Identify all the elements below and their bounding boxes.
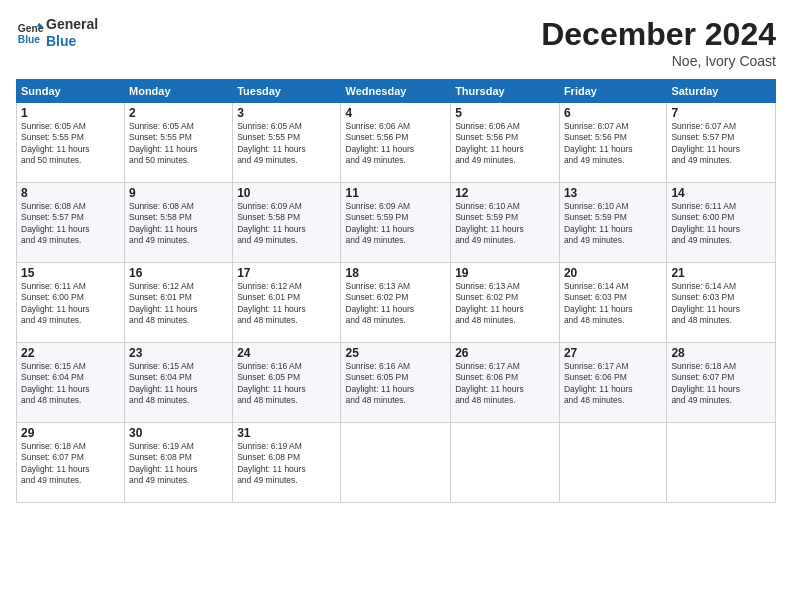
calendar-table: SundayMondayTuesdayWednesdayThursdayFrid… <box>16 79 776 503</box>
day-info: Sunrise: 6:14 AM Sunset: 6:03 PM Dayligh… <box>671 281 771 327</box>
day-info: Sunrise: 6:10 AM Sunset: 5:59 PM Dayligh… <box>564 201 662 247</box>
calendar-cell: 25Sunrise: 6:16 AM Sunset: 6:05 PM Dayli… <box>341 343 451 423</box>
day-info: Sunrise: 6:15 AM Sunset: 6:04 PM Dayligh… <box>129 361 228 407</box>
calendar-cell: 31Sunrise: 6:19 AM Sunset: 6:08 PM Dayli… <box>233 423 341 503</box>
day-number: 31 <box>237 426 336 440</box>
day-number: 6 <box>564 106 662 120</box>
calendar-cell: 6Sunrise: 6:07 AM Sunset: 5:56 PM Daylig… <box>559 103 666 183</box>
calendar-week-row: 29Sunrise: 6:18 AM Sunset: 6:07 PM Dayli… <box>17 423 776 503</box>
calendar-cell: 16Sunrise: 6:12 AM Sunset: 6:01 PM Dayli… <box>125 263 233 343</box>
day-number: 13 <box>564 186 662 200</box>
day-info: Sunrise: 6:12 AM Sunset: 6:01 PM Dayligh… <box>237 281 336 327</box>
day-number: 11 <box>345 186 446 200</box>
day-info: Sunrise: 6:14 AM Sunset: 6:03 PM Dayligh… <box>564 281 662 327</box>
logo-icon: General Blue <box>16 19 44 47</box>
day-number: 24 <box>237 346 336 360</box>
calendar-cell: 24Sunrise: 6:16 AM Sunset: 6:05 PM Dayli… <box>233 343 341 423</box>
calendar-cell: 2Sunrise: 6:05 AM Sunset: 5:55 PM Daylig… <box>125 103 233 183</box>
day-number: 23 <box>129 346 228 360</box>
calendar-cell <box>667 423 776 503</box>
day-number: 20 <box>564 266 662 280</box>
day-number: 27 <box>564 346 662 360</box>
calendar-cell: 18Sunrise: 6:13 AM Sunset: 6:02 PM Dayli… <box>341 263 451 343</box>
calendar-cell: 11Sunrise: 6:09 AM Sunset: 5:59 PM Dayli… <box>341 183 451 263</box>
calendar-header-row: SundayMondayTuesdayWednesdayThursdayFrid… <box>17 80 776 103</box>
calendar-cell <box>559 423 666 503</box>
calendar-cell: 20Sunrise: 6:14 AM Sunset: 6:03 PM Dayli… <box>559 263 666 343</box>
calendar-cell: 27Sunrise: 6:17 AM Sunset: 6:06 PM Dayli… <box>559 343 666 423</box>
day-info: Sunrise: 6:16 AM Sunset: 6:05 PM Dayligh… <box>237 361 336 407</box>
month-title: December 2024 <box>541 16 776 53</box>
calendar-cell: 15Sunrise: 6:11 AM Sunset: 6:00 PM Dayli… <box>17 263 125 343</box>
svg-text:Blue: Blue <box>18 34 41 45</box>
day-number: 12 <box>455 186 555 200</box>
calendar-cell <box>341 423 451 503</box>
calendar-cell: 30Sunrise: 6:19 AM Sunset: 6:08 PM Dayli… <box>125 423 233 503</box>
day-number: 15 <box>21 266 120 280</box>
day-info: Sunrise: 6:09 AM Sunset: 5:59 PM Dayligh… <box>345 201 446 247</box>
day-info: Sunrise: 6:08 AM Sunset: 5:58 PM Dayligh… <box>129 201 228 247</box>
calendar-cell: 29Sunrise: 6:18 AM Sunset: 6:07 PM Dayli… <box>17 423 125 503</box>
calendar-cell: 10Sunrise: 6:09 AM Sunset: 5:58 PM Dayli… <box>233 183 341 263</box>
calendar-cell: 13Sunrise: 6:10 AM Sunset: 5:59 PM Dayli… <box>559 183 666 263</box>
day-number: 16 <box>129 266 228 280</box>
day-info: Sunrise: 6:13 AM Sunset: 6:02 PM Dayligh… <box>455 281 555 327</box>
day-number: 7 <box>671 106 771 120</box>
day-number: 10 <box>237 186 336 200</box>
day-number: 28 <box>671 346 771 360</box>
calendar-cell: 4Sunrise: 6:06 AM Sunset: 5:56 PM Daylig… <box>341 103 451 183</box>
calendar-cell: 7Sunrise: 6:07 AM Sunset: 5:57 PM Daylig… <box>667 103 776 183</box>
calendar-cell: 9Sunrise: 6:08 AM Sunset: 5:58 PM Daylig… <box>125 183 233 263</box>
logo: General Blue General Blue <box>16 16 98 50</box>
calendar-week-row: 22Sunrise: 6:15 AM Sunset: 6:04 PM Dayli… <box>17 343 776 423</box>
calendar-cell: 26Sunrise: 6:17 AM Sunset: 6:06 PM Dayli… <box>451 343 560 423</box>
calendar-cell: 3Sunrise: 6:05 AM Sunset: 5:55 PM Daylig… <box>233 103 341 183</box>
calendar-cell: 8Sunrise: 6:08 AM Sunset: 5:57 PM Daylig… <box>17 183 125 263</box>
calendar-cell: 28Sunrise: 6:18 AM Sunset: 6:07 PM Dayli… <box>667 343 776 423</box>
logo-line1: General <box>46 16 98 33</box>
day-info: Sunrise: 6:19 AM Sunset: 6:08 PM Dayligh… <box>237 441 336 487</box>
calendar-cell: 21Sunrise: 6:14 AM Sunset: 6:03 PM Dayli… <box>667 263 776 343</box>
day-info: Sunrise: 6:12 AM Sunset: 6:01 PM Dayligh… <box>129 281 228 327</box>
day-of-week-thursday: Thursday <box>451 80 560 103</box>
day-info: Sunrise: 6:08 AM Sunset: 5:57 PM Dayligh… <box>21 201 120 247</box>
day-number: 22 <box>21 346 120 360</box>
day-info: Sunrise: 6:07 AM Sunset: 5:57 PM Dayligh… <box>671 121 771 167</box>
day-number: 1 <box>21 106 120 120</box>
logo-line2: Blue <box>46 33 98 50</box>
calendar-week-row: 8Sunrise: 6:08 AM Sunset: 5:57 PM Daylig… <box>17 183 776 263</box>
calendar-cell <box>451 423 560 503</box>
day-number: 29 <box>21 426 120 440</box>
day-of-week-friday: Friday <box>559 80 666 103</box>
day-info: Sunrise: 6:06 AM Sunset: 5:56 PM Dayligh… <box>455 121 555 167</box>
day-info: Sunrise: 6:09 AM Sunset: 5:58 PM Dayligh… <box>237 201 336 247</box>
day-number: 9 <box>129 186 228 200</box>
day-info: Sunrise: 6:05 AM Sunset: 5:55 PM Dayligh… <box>21 121 120 167</box>
day-number: 21 <box>671 266 771 280</box>
header: General Blue General Blue December 2024 … <box>16 16 776 69</box>
day-info: Sunrise: 6:17 AM Sunset: 6:06 PM Dayligh… <box>455 361 555 407</box>
day-info: Sunrise: 6:18 AM Sunset: 6:07 PM Dayligh… <box>21 441 120 487</box>
calendar-cell: 1Sunrise: 6:05 AM Sunset: 5:55 PM Daylig… <box>17 103 125 183</box>
day-info: Sunrise: 6:16 AM Sunset: 6:05 PM Dayligh… <box>345 361 446 407</box>
page: General Blue General Blue December 2024 … <box>0 0 792 612</box>
day-info: Sunrise: 6:10 AM Sunset: 5:59 PM Dayligh… <box>455 201 555 247</box>
calendar-cell: 19Sunrise: 6:13 AM Sunset: 6:02 PM Dayli… <box>451 263 560 343</box>
day-info: Sunrise: 6:06 AM Sunset: 5:56 PM Dayligh… <box>345 121 446 167</box>
day-of-week-saturday: Saturday <box>667 80 776 103</box>
calendar-cell: 22Sunrise: 6:15 AM Sunset: 6:04 PM Dayli… <box>17 343 125 423</box>
day-number: 25 <box>345 346 446 360</box>
day-number: 5 <box>455 106 555 120</box>
day-number: 14 <box>671 186 771 200</box>
title-section: December 2024 Noe, Ivory Coast <box>541 16 776 69</box>
day-info: Sunrise: 6:19 AM Sunset: 6:08 PM Dayligh… <box>129 441 228 487</box>
location: Noe, Ivory Coast <box>541 53 776 69</box>
calendar-cell: 14Sunrise: 6:11 AM Sunset: 6:00 PM Dayli… <box>667 183 776 263</box>
calendar-cell: 12Sunrise: 6:10 AM Sunset: 5:59 PM Dayli… <box>451 183 560 263</box>
day-number: 2 <box>129 106 228 120</box>
day-number: 19 <box>455 266 555 280</box>
day-of-week-monday: Monday <box>125 80 233 103</box>
day-info: Sunrise: 6:07 AM Sunset: 5:56 PM Dayligh… <box>564 121 662 167</box>
day-number: 18 <box>345 266 446 280</box>
day-number: 8 <box>21 186 120 200</box>
